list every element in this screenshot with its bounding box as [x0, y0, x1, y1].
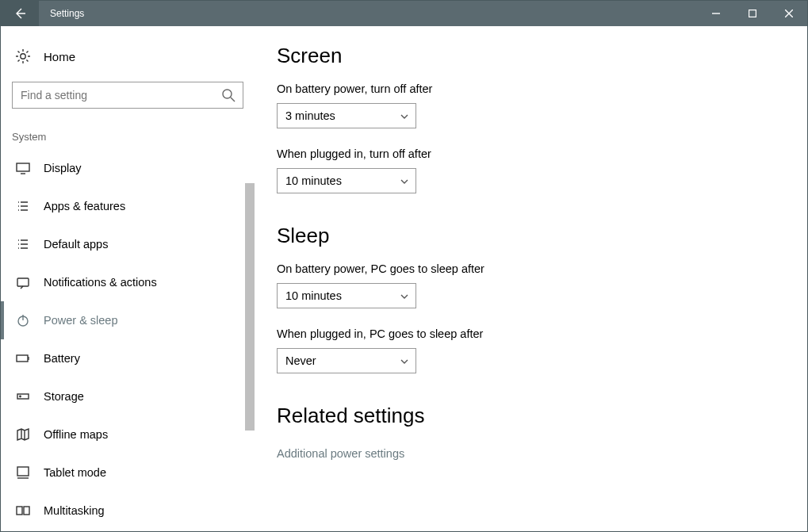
- search-icon: [221, 88, 236, 102]
- chevron-down-icon: [400, 176, 409, 186]
- svg-rect-10: [17, 507, 22, 515]
- sidebar-item-label: Apps & features: [44, 200, 125, 212]
- scrollbar-thumb[interactable]: [245, 183, 255, 431]
- maximize-icon: [749, 10, 756, 17]
- sidebar-item-multitasking[interactable]: Multitasking: [1, 492, 255, 530]
- nav-list: Display Apps & features Default apps Not…: [1, 149, 255, 530]
- sleep-plugged-dropdown[interactable]: Never: [277, 348, 416, 373]
- content-pane: Screen On battery power, turn off after …: [255, 26, 807, 531]
- section-heading-sleep: Sleep: [277, 224, 807, 248]
- sidebar-item-battery[interactable]: Battery: [1, 339, 255, 377]
- field-label: When plugged in, turn off after: [277, 147, 807, 160]
- map-icon: [15, 427, 31, 442]
- dropdown-value: Never: [285, 354, 316, 367]
- sidebar-item-label: Tablet mode: [44, 466, 106, 479]
- field-label: On battery power, PC goes to sleep after: [277, 262, 807, 275]
- default-apps-icon: [15, 236, 31, 252]
- close-icon: [785, 10, 793, 17]
- sidebar-item-label: Multitasking: [44, 504, 105, 517]
- chevron-down-icon: [400, 291, 409, 300]
- selection-indicator: [1, 301, 4, 339]
- back-button[interactable]: [1, 1, 39, 26]
- sidebar-item-notifications[interactable]: Notifications & actions: [1, 263, 255, 301]
- gear-icon: [15, 48, 31, 64]
- list-icon: [15, 198, 31, 214]
- chevron-down-icon: [400, 111, 409, 121]
- sidebar-item-display[interactable]: Display: [1, 149, 255, 187]
- tablet-icon: [15, 465, 31, 480]
- minimize-button[interactable]: [698, 1, 734, 26]
- close-button[interactable]: [771, 1, 807, 26]
- sidebar-item-power-sleep[interactable]: Power & sleep: [1, 301, 255, 339]
- arrow-left-icon: [13, 7, 26, 20]
- svg-rect-6: [17, 355, 28, 362]
- home-label: Home: [44, 50, 75, 63]
- notifications-icon: [15, 274, 31, 290]
- sidebar-section-label: System: [1, 109, 255, 149]
- sidebar: Home System Display: [1, 26, 255, 531]
- dropdown-value: 3 minutes: [285, 109, 335, 122]
- home-button[interactable]: Home: [1, 40, 255, 72]
- power-icon: [15, 312, 31, 328]
- svg-rect-9: [17, 467, 29, 476]
- screen-battery-dropdown[interactable]: 3 minutes: [277, 103, 416, 128]
- svg-rect-11: [24, 507, 29, 515]
- window-title: Settings: [39, 1, 84, 26]
- search-input[interactable]: [12, 82, 243, 109]
- sidebar-item-label: Offline maps: [44, 428, 108, 441]
- dropdown-value: 10 minutes: [285, 289, 342, 302]
- sidebar-item-label: Default apps: [44, 238, 108, 251]
- titlebar: Settings: [1, 1, 807, 26]
- sidebar-item-tablet-mode[interactable]: Tablet mode: [1, 454, 255, 492]
- sidebar-item-apps-features[interactable]: Apps & features: [1, 187, 255, 225]
- sidebar-item-label: Notifications & actions: [44, 276, 157, 289]
- sidebar-item-default-apps[interactable]: Default apps: [1, 225, 255, 263]
- settings-window: Settings Home: [0, 0, 808, 532]
- screen-plugged-dropdown[interactable]: 10 minutes: [277, 168, 416, 193]
- svg-point-2: [223, 90, 232, 98]
- field-label: When plugged in, PC goes to sleep after: [277, 327, 807, 340]
- svg-rect-0: [749, 10, 756, 17]
- sidebar-item-label: Battery: [44, 352, 80, 365]
- section-heading-screen: Screen: [277, 44, 807, 68]
- sidebar-item-storage[interactable]: Storage: [1, 377, 255, 415]
- multitasking-icon: [15, 503, 31, 519]
- dropdown-value: 10 minutes: [285, 174, 342, 187]
- sleep-battery-dropdown[interactable]: 10 minutes: [277, 283, 416, 308]
- search-container: [12, 82, 243, 109]
- additional-power-settings-link[interactable]: Additional power settings: [277, 447, 404, 460]
- sidebar-item-label: Storage: [44, 390, 84, 403]
- section-heading-related: Related settings: [277, 404, 807, 428]
- svg-point-8: [20, 396, 21, 396]
- maximize-button[interactable]: [734, 1, 771, 26]
- sidebar-item-label: Power & sleep: [44, 314, 118, 327]
- sidebar-scrollbar[interactable]: [245, 183, 255, 531]
- sidebar-item-label: Display: [44, 162, 82, 174]
- monitor-icon: [15, 160, 31, 176]
- battery-icon: [15, 350, 31, 366]
- svg-rect-4: [17, 278, 29, 286]
- titlebar-spacer: [84, 1, 698, 26]
- sidebar-item-offline-maps[interactable]: Offline maps: [1, 415, 255, 454]
- minimize-icon: [712, 10, 720, 17]
- svg-point-1: [21, 54, 25, 59]
- storage-icon: [15, 388, 31, 404]
- svg-rect-3: [17, 163, 29, 171]
- field-label: On battery power, turn off after: [277, 82, 807, 95]
- chevron-down-icon: [400, 356, 409, 366]
- body: Home System Display: [1, 26, 807, 531]
